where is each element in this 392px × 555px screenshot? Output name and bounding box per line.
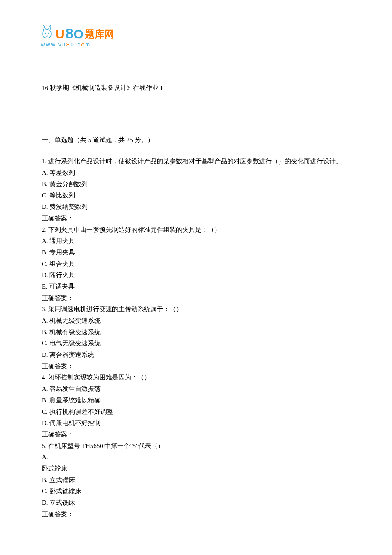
question-1: 1. 进行系列化产品设计时，使被设计产品的某参数相对于基型产品的对应参数进行（）… xyxy=(42,156,350,224)
option-d: D. 伺服电机不好控制 xyxy=(42,417,350,429)
option-c: C. 执行机构误差不好调整 xyxy=(42,406,350,418)
svg-point-0 xyxy=(45,33,46,34)
answer-label: 正确答案： xyxy=(42,361,350,372)
logo-digit-8: 8 xyxy=(66,25,74,42)
question-3: 3. 采用调速电机进行变速的主传动系统属于：（） A. 机械无级变速系统 B. … xyxy=(42,304,350,372)
logo-chinese-text: 题库网 xyxy=(85,28,114,41)
option-e: E. 可调夹具 xyxy=(42,281,350,292)
option-d: D. 费波纳契数列 xyxy=(42,201,350,213)
option-c: C. 等比数列 xyxy=(42,190,350,201)
option-a: A. 机械无级变速系统 xyxy=(42,315,350,327)
logo-url: www.vu80.com xyxy=(41,41,351,48)
option-b: B. 立式镗床 xyxy=(42,474,350,486)
option-b: B. 黄金分割数列 xyxy=(42,179,350,190)
option-c: C. 电气无级变速系统 xyxy=(42,338,350,349)
option-d: D. 立式铣床 xyxy=(42,497,350,509)
section-heading: 一、单选题（共 5 道试题，共 25 分。） xyxy=(42,134,350,146)
question-2: 2. 下列夹具中由一套预先制造好的标准元件组装的夹具是：（） A. 通用夹具 B… xyxy=(42,224,350,304)
option-b: B. 机械有级变速系统 xyxy=(42,327,350,338)
logo-digit-0: O xyxy=(74,27,84,41)
option-a: A. 等差数列 xyxy=(42,167,350,179)
option-a: A. 通用夹具 xyxy=(42,235,350,247)
answer-label: 正确答案： xyxy=(42,292,350,304)
answer-label: 正确答案： xyxy=(42,213,350,224)
header-divider xyxy=(41,49,351,49)
rabbit-icon xyxy=(41,25,55,42)
svg-point-1 xyxy=(48,33,49,34)
option-c: C. 组合夹具 xyxy=(42,258,350,270)
option-d: D. 随行夹具 xyxy=(42,269,350,281)
question-stem: 3. 采用调速电机进行变速的主传动系统属于：（） xyxy=(42,304,350,315)
question-stem: 1. 进行系列化产品设计时，使被设计产品的某参数相对于基型产品的对应参数进行（）… xyxy=(42,156,350,167)
document-title: 16 秋学期《机械制造装备设计》在线作业 1 xyxy=(42,82,350,94)
question-stem: 2. 下列夹具中由一套预先制造好的标准元件组装的夹具是：（） xyxy=(42,224,350,236)
question-4: 4. 闭环控制实现较为困难是因为：（） A. 容易发生自激振荡 B. 测量系统难… xyxy=(42,372,350,440)
answer-label: 正确答案： xyxy=(42,509,350,520)
option-b: B. 测量系统难以精确 xyxy=(42,395,350,406)
question-stem: 4. 闭环控制实现较为困难是因为：（） xyxy=(42,372,350,383)
answer-label: 正确答案： xyxy=(42,429,350,440)
option-d: D. 离合器变速系统 xyxy=(42,349,350,361)
question-5: 5. 在机床型号 TH5650 中第一个"5"代表（） A. 卧式镗床 B. 立… xyxy=(42,440,350,520)
document-content: 16 秋学期《机械制造装备设计》在线作业 1 一、单选题（共 5 道试题，共 2… xyxy=(42,82,350,520)
option-b: B. 专用夹具 xyxy=(42,247,350,258)
option-a: A. xyxy=(42,451,350,463)
page-header: U 8 O 题库网 www.vu80.com xyxy=(41,25,351,49)
question-stem: 5. 在机床型号 TH5650 中第一个"5"代表（） xyxy=(42,440,350,452)
option-a-wrap: 卧式镗床 xyxy=(42,463,350,474)
option-a: A. 容易发生自激振荡 xyxy=(42,383,350,395)
option-c: C. 卧式铣镗床 xyxy=(42,486,350,497)
site-logo: U 8 O 题库网 xyxy=(41,25,351,42)
logo-text: U 8 O 题库网 xyxy=(55,25,114,42)
logo-letter-u: U xyxy=(55,27,65,41)
